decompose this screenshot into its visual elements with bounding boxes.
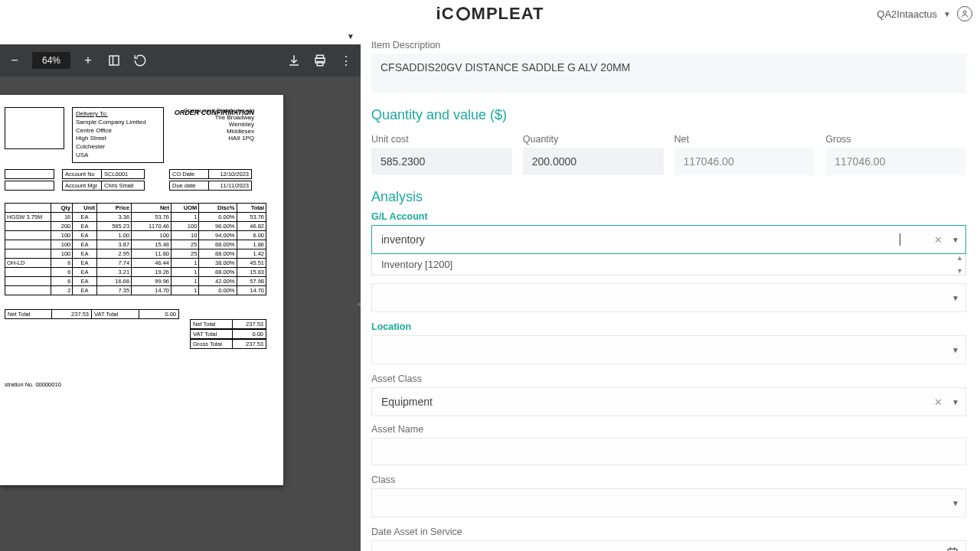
chevron-down-icon[interactable]: ▼ xyxy=(952,236,959,244)
meta-empty xyxy=(5,181,54,191)
panel-expand-handle[interactable]: ◂ xyxy=(354,288,361,318)
print-icon[interactable] xyxy=(312,52,328,69)
app-logo: iC MPLEAT xyxy=(436,4,544,24)
chevron-down-icon: ▼ xyxy=(943,10,951,18)
user-name: QA2Intaactus xyxy=(877,8,937,20)
doc-title: ORDER CONFIRMATION xyxy=(175,109,254,116)
logo-text-pre: iC xyxy=(436,4,455,24)
location-label: Location xyxy=(371,321,966,332)
asset-class-label: Asset Class xyxy=(371,373,966,384)
pdf-tab-bar: ▼ xyxy=(0,28,361,44)
location-dropdown[interactable]: ▼ xyxy=(371,335,966,364)
addr-line: High Street xyxy=(76,135,160,143)
calendar-icon[interactable] xyxy=(946,546,959,551)
chevron-down-icon[interactable]: ▼ xyxy=(952,398,959,406)
clear-icon[interactable]: ✕ xyxy=(934,234,942,246)
addr-line: Middlesex xyxy=(173,128,254,135)
asset-name-input[interactable] xyxy=(371,438,966,465)
line-items-table: QtyUnitPriceNetUOMDisc%Total HGSW 3.75M1… xyxy=(5,203,266,295)
unit-cost-input[interactable] xyxy=(371,148,512,175)
quantity-input[interactable] xyxy=(523,148,664,175)
gross-label: Gross xyxy=(825,134,966,145)
fit-page-icon[interactable] xyxy=(106,52,122,69)
zoom-in-icon[interactable]: + xyxy=(80,52,96,69)
scroll-down-icon[interactable]: ▼ xyxy=(956,267,963,275)
net-label: Net xyxy=(675,134,815,145)
asset-class-dropdown[interactable]: Equipment ✕ ▼ xyxy=(371,387,966,416)
gl-account-dropdown[interactable]: ✕ ▼ xyxy=(371,225,966,254)
date-asset-in-service-input[interactable] xyxy=(371,540,966,551)
rotate-icon[interactable] xyxy=(132,52,149,69)
item-description-input[interactable]: CFSADDIS20GV DISTANCE SADDLE G ALV 20MM xyxy=(371,54,966,93)
net-output xyxy=(675,148,815,175)
delivery-to-label: Delivery To: xyxy=(76,110,160,119)
addr-line: USA xyxy=(76,152,160,160)
chevron-down-icon[interactable]: ▼ xyxy=(952,346,959,354)
doc-address-empty xyxy=(5,107,64,149)
meta-account-no: Account No SCL0001 xyxy=(62,169,145,179)
more-icon[interactable]: ⋮ xyxy=(338,52,354,69)
class-dropdown[interactable]: ▼ xyxy=(371,488,966,517)
pdf-panel: ▼ − + ⋮ xyxy=(0,28,361,551)
gl-account-option-list: ▲ Inventory [1200] ▼ xyxy=(371,254,966,276)
registration-number: stration No. 00000010 xyxy=(5,381,279,388)
date-asset-in-service-label: Date Asset in Service xyxy=(371,527,966,537)
gl-account-search-input[interactable] xyxy=(381,233,899,246)
doc-delivery-address: Delivery To: Sample Company Limited Cent… xyxy=(72,107,164,163)
secondary-dropdown[interactable]: ▼ xyxy=(371,283,966,312)
download-icon[interactable] xyxy=(286,52,302,69)
item-description-label: Item Description xyxy=(371,40,966,51)
gross-output xyxy=(825,148,966,175)
logo-text-post: MPLEAT xyxy=(472,4,544,24)
tab-dropdown-icon[interactable]: ▼ xyxy=(347,32,354,41)
asset-name-label: Asset Name xyxy=(371,424,966,435)
logo-circle-icon xyxy=(456,7,470,21)
chevron-down-icon[interactable]: ▼ xyxy=(952,294,959,302)
addr-line: Colchester xyxy=(76,143,160,152)
addr-line: Wembley xyxy=(173,121,254,128)
quantity-label: Quantity xyxy=(523,134,664,145)
addr-line: Sample Company Limited xyxy=(76,119,160,127)
form-panel: Item Description CFSADDIS20GV DISTANCE S… xyxy=(361,28,980,551)
svg-point-0 xyxy=(963,11,966,14)
zoom-level-input[interactable] xyxy=(32,52,70,69)
asset-class-value: Equipment xyxy=(381,396,433,408)
analysis-section-title: Analysis xyxy=(371,189,966,205)
meta-due-date: Due date 11/11/2023 xyxy=(169,181,252,191)
meta-co-date: CO Date 12/10/2023 xyxy=(169,169,252,179)
user-avatar-icon[interactable] xyxy=(957,6,972,21)
quantity-section-title: Quantity and value ($) xyxy=(371,107,966,123)
top-bar: iC MPLEAT QA2Intaactus ▼ xyxy=(0,0,980,28)
meta-empty xyxy=(5,169,54,179)
addr-line: HA9 1PQ xyxy=(173,135,254,142)
chevron-down-icon[interactable]: ▼ xyxy=(952,499,959,507)
pdf-toolbar: − + ⋮ xyxy=(0,44,361,77)
clear-icon[interactable]: ✕ xyxy=(934,396,942,408)
zoom-out-icon[interactable]: − xyxy=(6,52,23,69)
class-label: Class xyxy=(371,474,966,485)
totals-stack: Net Total237.53 VAT Total0.00 Gross Tota… xyxy=(190,319,266,349)
totals-net: Net Total 237.53 VAT Total 0.00 xyxy=(5,309,179,319)
gl-account-label: G/L Account xyxy=(371,211,966,222)
gl-account-option[interactable]: Inventory [1200] xyxy=(372,254,965,275)
addr-line: Centre Office xyxy=(76,127,160,135)
svg-rect-1 xyxy=(109,56,119,65)
unit-cost-label: Unit cost xyxy=(371,134,512,145)
pdf-document-page: ORDER CONFIRMATION Delivery To: Sample C… xyxy=(0,95,283,485)
user-menu[interactable]: QA2Intaactus ▼ xyxy=(877,6,972,21)
meta-account-mgr: Account Mgr Chris Small xyxy=(62,181,145,191)
scroll-up-icon[interactable]: ▲ xyxy=(956,254,963,262)
